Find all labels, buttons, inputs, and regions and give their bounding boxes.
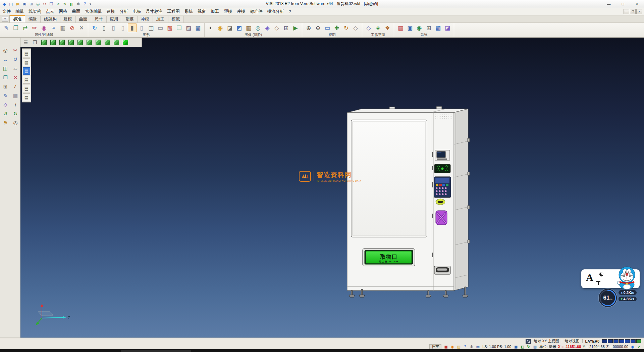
animation-icon[interactable]: ▶ — [291, 24, 300, 32]
ribbon-tab[interactable]: 加工 — [153, 16, 168, 23]
lights-icon[interactable]: ◉ — [216, 24, 225, 32]
disk-icon[interactable]: ▣ — [513, 344, 519, 349]
mdi-restore-button[interactable]: ❐ — [630, 9, 636, 14]
workplane-create-icon[interactable]: ◇ — [364, 24, 373, 32]
filter-grid-icon[interactable]: ▦ — [58, 24, 67, 32]
measure-icon[interactable]: ∠ — [11, 83, 20, 91]
left-view-icon[interactable] — [67, 39, 75, 46]
menu-item[interactable]: 文件 — [0, 8, 13, 15]
help-icon[interactable]: ? — [462, 344, 468, 349]
hatch-box-icon[interactable]: ▨ — [184, 24, 193, 32]
menu-item[interactable]: 网格 — [57, 8, 70, 15]
workplane-3d-icon[interactable]: ❖ — [383, 24, 392, 32]
section-view-icon[interactable]: ◫ — [147, 24, 155, 32]
zoom-window-icon[interactable]: ▭ — [323, 24, 332, 32]
view-menu-icon[interactable]: ☰ — [22, 39, 30, 46]
table-icon[interactable]: ⊞ — [424, 24, 433, 32]
snap-lock-toggle[interactable]: 拴牢 — [429, 344, 441, 349]
undo-icon[interactable]: ↺ — [1, 110, 10, 118]
mesh-filter-icon[interactable]: ▤ — [23, 93, 30, 101]
ribbon-tab[interactable]: 编辑 — [25, 16, 41, 23]
maximize-button[interactable]: □ — [616, 0, 630, 8]
layer-color-swatch[interactable] — [636, 339, 641, 343]
copy-entity-icon[interactable]: ❐ — [1, 74, 10, 82]
mirror-icon[interactable]: ◫ — [1, 64, 10, 73]
menu-item[interactable]: 标准件 — [248, 8, 265, 15]
menu-item[interactable]: 曲面 — [70, 8, 83, 15]
advanced-render-icon[interactable]: ◐ — [207, 24, 215, 32]
layer-color-swatch[interactable] — [631, 339, 636, 343]
search-layer-icon[interactable] — [526, 339, 531, 344]
menu-item[interactable]: 加工 — [208, 8, 221, 15]
color-table-icon[interactable]: ▦ — [396, 24, 405, 32]
menu-item[interactable]: 编辑 — [13, 8, 26, 15]
refresh-icon[interactable]: ↻ — [526, 344, 531, 349]
reflection-icon[interactable]: ◈ — [263, 24, 272, 32]
surface-filter-icon[interactable]: ▤ — [23, 76, 30, 84]
fit-view-icon[interactable]: ◎ — [11, 119, 20, 127]
solid-filter-icon[interactable]: ▤ — [23, 85, 30, 92]
transparency-icon[interactable]: ◇ — [272, 24, 281, 32]
pan-view-icon[interactable]: ✚ — [332, 24, 341, 32]
menu-item[interactable]: 模流分析 — [265, 8, 286, 15]
flame-icon[interactable]: ◉ — [449, 344, 455, 349]
new-file-icon[interactable]: ▢ — [8, 1, 14, 7]
layer-color-swatch[interactable] — [602, 339, 607, 343]
ribbon-tab[interactable]: 曲面 — [76, 16, 91, 23]
menu-item[interactable]: 塑模 — [221, 8, 234, 15]
rotate-icon[interactable]: ↺ — [11, 55, 20, 63]
rotate-view-icon[interactable]: ↻ — [342, 24, 351, 32]
mdi-close-button[interactable]: ✕ — [636, 9, 642, 14]
trim-icon[interactable]: ✂ — [11, 46, 20, 54]
undo-icon[interactable]: ↺ — [55, 1, 61, 7]
erase-icon[interactable]: ▨ — [11, 92, 20, 100]
filter-wave-icon[interactable]: ≈ — [49, 24, 58, 32]
red-box-icon[interactable]: ▧ — [165, 24, 174, 32]
point-icon[interactable]: ◇ — [1, 101, 10, 109]
iso-view-icon[interactable] — [40, 39, 48, 46]
dashed-cylinder-icon[interactable]: ▯ — [118, 24, 127, 32]
graphics-viewport[interactable]: 取物口 用力推 PUSH — [20, 38, 644, 338]
view-orientation-label[interactable]: 绝对 XY 上视图 — [534, 339, 559, 344]
front-view-icon[interactable] — [49, 39, 57, 46]
top-view-icon[interactable] — [85, 39, 93, 46]
copy-icon[interactable]: ❐ — [48, 1, 54, 7]
settings-icon[interactable]: ✱ — [469, 344, 474, 349]
offset-icon[interactable]: ▱ — [11, 64, 20, 73]
lock-icon[interactable]: ▣ — [443, 344, 449, 349]
select-icon[interactable]: ◎ — [1, 46, 10, 54]
zoom-out-icon[interactable]: ⊖ — [314, 24, 322, 32]
menu-item[interactable]: ? — [286, 8, 293, 15]
ucs-flag-icon[interactable]: ⚑ — [1, 119, 10, 127]
help-icon[interactable]: ? — [82, 1, 88, 7]
box-wire-icon[interactable]: ▭ — [156, 24, 165, 32]
perspective-icon[interactable]: ◪ — [443, 24, 452, 32]
close-button[interactable]: ✕ — [630, 0, 644, 8]
material-icon[interactable]: ◩ — [235, 24, 244, 32]
ribbon-tab[interactable]: 模流 — [168, 16, 184, 23]
layer-color-swatch[interactable] — [625, 339, 630, 343]
check-icon[interactable]: ✔ — [636, 344, 642, 349]
back-view-icon[interactable] — [58, 39, 66, 46]
menu-item[interactable]: 点云 — [44, 8, 57, 15]
cut-icon[interactable]: ✂ — [42, 1, 48, 7]
move-icon[interactable]: ↔ — [1, 55, 10, 63]
snapshot-icon[interactable]: ⊞ — [282, 24, 290, 32]
filter-clear-icon[interactable]: ✕ — [77, 24, 86, 32]
monitor-icon[interactable]: ▭ — [475, 344, 481, 349]
right-view-icon[interactable] — [76, 39, 84, 46]
folder-icon[interactable]: ▤ — [456, 344, 462, 349]
shaded-view-icon[interactable] — [121, 39, 129, 46]
doraemon-widget-card[interactable]: A — [581, 269, 640, 288]
save-icon[interactable]: ▣ — [21, 1, 28, 7]
array-icon[interactable]: ⊞ — [1, 83, 10, 91]
environment-icon[interactable]: ◎ — [254, 24, 262, 32]
axonometric-view-icon[interactable] — [103, 39, 111, 46]
menu-item[interactable]: 电极 — [130, 8, 144, 15]
layer-color-swatch[interactable] — [608, 339, 613, 343]
layer-color-swatch[interactable] — [619, 339, 624, 343]
mdi-minimize-button[interactable]: — — [624, 9, 629, 14]
vending-machine-model[interactable]: 取物口 用力推 PUSH — [347, 106, 470, 297]
single-viewport-icon[interactable]: ❐ — [31, 39, 39, 46]
print-icon[interactable]: ⊞ — [28, 1, 34, 7]
